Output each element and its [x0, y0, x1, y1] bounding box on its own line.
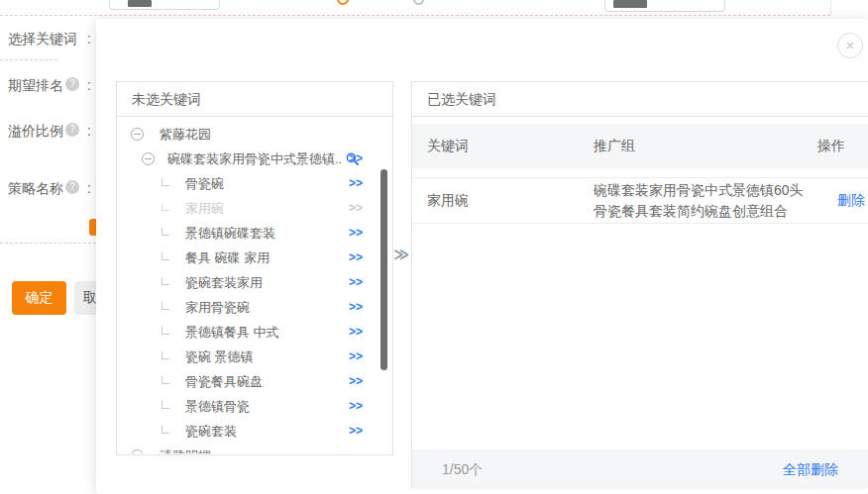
panel-title: 已选关键词 [412, 82, 868, 117]
tree-label: 家用碗 [185, 200, 224, 218]
tree-leaf-row[interactable]: 瓷碗 景德镇 >> [117, 345, 392, 369]
tree-leaf-row-disabled: 家用碗 >> [117, 196, 392, 221]
tree-leaf-row[interactable]: 瓷碗套装家用 >> [117, 270, 392, 295]
tree-label: 紫藤花园 [160, 126, 211, 144]
selected-count: 1/50个 [442, 461, 483, 479]
column-divider [830, 0, 831, 15]
tree-elbow-icon [162, 228, 169, 236]
tree-label: 瓷碗套装 [185, 423, 237, 441]
cell-group: 碗碟套装家用骨瓷中式景德镇60头骨瓷餐具套装简约碗盘创意组合 [594, 180, 817, 222]
question-icon[interactable]: ? [65, 77, 79, 91]
keyword-tree: 紫藤花园 碗碟套装家用骨瓷中式景德镇... >> 骨瓷碗 >> [117, 117, 392, 453]
cell-keyword: 家用碗 [427, 192, 594, 210]
tree-leaf-row[interactable]: 家用骨瓷碗 >> [117, 295, 392, 320]
cell-action: 删除 [817, 192, 868, 210]
label-colon: : [87, 123, 91, 139]
collapse-icon[interactable] [131, 449, 144, 453]
form-label: 溢价比例 [8, 123, 63, 141]
move-right-icon[interactable]: >> [349, 221, 363, 246]
screen: 选择关键词 : 期望排名 ? : 溢价比例 ? : 策略名称 ? : 确定 取消… [0, 0, 868, 494]
close-icon[interactable]: × [837, 33, 863, 58]
move-right-icon[interactable]: >> [349, 419, 363, 444]
tree-leaf-row[interactable]: 景德镇骨瓷 >> [117, 394, 392, 419]
help-icon-orange[interactable] [337, 0, 349, 5]
move-right-icon[interactable]: >> [349, 246, 363, 270]
cropped-input-left[interactable] [109, 0, 220, 10]
tree-label: 清雅明媚 [160, 447, 211, 454]
tree-elbow-icon [162, 327, 169, 335]
tree-elbow-icon [162, 252, 169, 260]
tree-label: 骨瓷碗 [185, 175, 224, 193]
cropped-text-fragment [613, 0, 647, 8]
keyword-select-dialog: × 未选关键词 紫藤花园 碗碟套装家用骨瓷中式景德镇... >> [96, 19, 868, 494]
tree-leaf-row[interactable]: 骨瓷碗 >> [117, 171, 392, 196]
confirm-button[interactable]: 确定 [12, 281, 66, 315]
tree-label: 景德镇碗碟套装 [185, 225, 275, 243]
form-row-select-keywords: 选择关键词 : [0, 31, 96, 46]
tree-leaf-row[interactable]: 瓷碗套装 >> [117, 419, 392, 444]
form-row-premium-ratio: 溢价比例 ? : [0, 123, 96, 138]
move-right-icon[interactable]: >> [349, 295, 363, 320]
tree-label: 瓷碗套装家用 [185, 274, 263, 292]
label-colon: : [87, 180, 91, 196]
form-row-strategy-name: 策略名称 ? : [0, 180, 96, 195]
tree-leaf-row[interactable]: 景德镇碗碟套装 >> [117, 221, 392, 246]
selected-panel-footer: 1/50个 全部删除 [412, 450, 868, 489]
tree-leaf-row[interactable]: 骨瓷餐具碗盘 >> [117, 369, 392, 394]
move-right-icon[interactable]: >> [349, 369, 363, 394]
move-right-icon[interactable]: >> [349, 394, 363, 419]
form-label: 策略名称 [8, 180, 63, 198]
delete-link[interactable]: 删除 [837, 192, 865, 208]
question-icon[interactable]: ? [65, 123, 79, 137]
column-header-group: 推广组 [594, 138, 817, 155]
tree-elbow-icon [162, 178, 169, 186]
cropped-text-fragment [128, 0, 152, 7]
tree-elbow-icon [162, 401, 169, 409]
move-right-icon[interactable]: >> [349, 147, 363, 171]
tree-leaf-row[interactable]: 景德镇餐具 中式 >> [117, 320, 392, 345]
tree-elbow-icon [162, 277, 169, 285]
transfer-right-icon: ≫ [389, 246, 413, 263]
tree-label: 景德镇骨瓷 [185, 398, 250, 416]
tree-elbow-icon [162, 376, 169, 384]
tree-label: 餐具 碗碟 家用 [185, 249, 270, 267]
column-header-keyword: 关键词 [427, 138, 594, 155]
section-divider [0, 59, 57, 60]
table-row: 家用碗 碗碟套装家用骨瓷中式景德镇60头骨瓷餐具套装简约碗盘创意组合 删除 [412, 177, 868, 224]
tree-group-row[interactable]: 碗碟套装家用骨瓷中式景德镇... >> [117, 147, 392, 171]
form-label: 选择关键词 [8, 31, 77, 49]
tree-label: 家用骨瓷碗 [185, 299, 250, 317]
tree-label: 碗碟套装家用骨瓷中式景德镇... [167, 150, 342, 168]
question-icon[interactable]: ? [65, 180, 79, 194]
unselected-keywords-panel: 未选关键词 紫藤花园 碗碟套装家用骨瓷中式景德镇... >> 骨瓷碗 [116, 81, 393, 455]
label-colon: : [87, 31, 91, 47]
scrollbar-thumb[interactable] [380, 169, 387, 370]
form-label: 期望排名 [8, 77, 63, 95]
section-divider [0, 15, 830, 16]
tree-elbow-icon [162, 351, 169, 359]
collapse-icon[interactable] [131, 128, 144, 141]
help-icon-gray[interactable] [413, 0, 424, 5]
tree-group-row[interactable]: 紫藤花园 [117, 122, 392, 147]
tree-elbow-icon [162, 302, 169, 310]
move-right-icon[interactable]: >> [349, 320, 363, 345]
move-right-icon[interactable]: >> [349, 345, 363, 369]
tree-leaf-row[interactable]: 餐具 碗碟 家用 >> [117, 246, 392, 270]
tree-elbow-icon [162, 426, 169, 434]
delete-all-link[interactable]: 全部删除 [783, 461, 838, 479]
move-right-icon[interactable]: >> [349, 171, 363, 196]
table-header: 关键词 推广组 操作 [412, 124, 868, 168]
column-header-action: 操作 [817, 138, 868, 155]
label-colon: : [87, 77, 91, 93]
selected-keywords-panel: 已选关键词 关键词 推广组 操作 家用碗 碗碟套装家用骨瓷中式景德镇60头骨瓷餐… [411, 81, 868, 488]
panel-title: 未选关键词 [117, 82, 392, 117]
tree-label: 骨瓷餐具碗盘 [185, 373, 263, 391]
move-right-icon: >> [349, 196, 363, 221]
tree-group-row[interactable]: 清雅明媚 [117, 444, 392, 453]
tree-elbow-icon [162, 203, 169, 211]
move-right-icon[interactable]: >> [349, 270, 363, 295]
collapse-icon[interactable] [142, 152, 155, 165]
section-divider [0, 243, 96, 244]
tree-label: 瓷碗 景德镇 [185, 348, 254, 366]
form-row-expected-rank: 期望排名 ? : [0, 77, 96, 92]
